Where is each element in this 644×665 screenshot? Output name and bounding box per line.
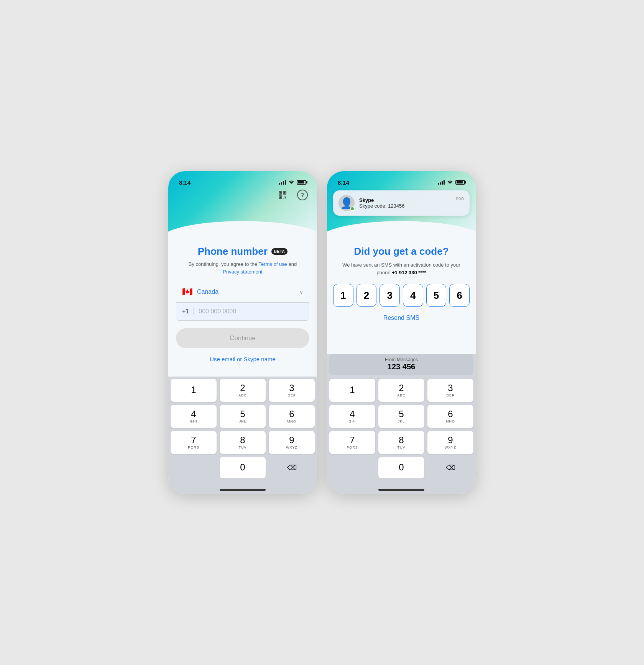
status-icons-1 <box>279 180 306 185</box>
keypad-2: From Messages 123 456 1 2 ABC 3 DEF 4 GH… <box>327 354 476 481</box>
key2-6[interactable]: 6 MNO <box>427 405 473 428</box>
key-empty <box>171 457 217 478</box>
country-code: +1 <box>182 308 194 315</box>
wifi-icon-2 <box>447 180 453 185</box>
code-phone-number: +1 912 330 **** <box>392 270 426 275</box>
status-bar-1: 8:14 <box>168 171 317 188</box>
terms-link[interactable]: Terms of use <box>258 261 287 267</box>
notif-app-name: Skype <box>359 197 451 203</box>
key2-8[interactable]: 8 TUV <box>378 431 424 454</box>
help-icon: ? <box>297 190 308 200</box>
key2-7[interactable]: 7 PQRS <box>329 431 375 454</box>
notif-green-dot <box>350 206 355 211</box>
country-left: 🇨🇦 Canada <box>182 287 219 297</box>
battery-icon-1 <box>297 180 306 185</box>
key-6[interactable]: 6 MNO <box>269 405 315 428</box>
notif-time: now <box>456 196 464 201</box>
key-backspace[interactable]: ⌫ <box>269 457 315 478</box>
email-skype-link[interactable]: Use email or Skype name <box>168 356 317 362</box>
home-bar-2 <box>378 489 424 491</box>
key2-4[interactable]: 4 GHI <box>329 405 375 428</box>
chevron-down-icon: ∨ <box>299 289 303 295</box>
help-button[interactable]: ? <box>296 188 309 202</box>
code-boxes: 1 2 3 4 5 6 <box>327 284 476 314</box>
svg-rect-5 <box>280 197 281 198</box>
messages-from-label: From Messages <box>385 357 418 362</box>
key-2[interactable]: 2 ABC <box>220 379 266 402</box>
code-title: Did you get a code? <box>327 242 476 261</box>
key-3[interactable]: 3 DEF <box>269 379 315 402</box>
code-subtitle: We have sent an SMS with an activation c… <box>327 261 476 284</box>
wifi-icon-1 <box>288 180 294 185</box>
home-bar-1 <box>220 489 266 491</box>
key2-5[interactable]: 5 JKL <box>378 405 424 428</box>
key2-1[interactable]: 1 <box>329 379 375 402</box>
toolbar-1: ? <box>268 188 317 206</box>
notif-avatar: 👤 <box>338 195 355 211</box>
status-time-2: 8:14 <box>338 179 349 186</box>
continue-button[interactable]: Continue <box>176 328 309 348</box>
key-0[interactable]: 0 <box>220 457 266 478</box>
code-digit-3[interactable]: 3 <box>380 284 400 307</box>
keypad-1: 1 2 ABC 3 DEF 4 GHI 5 JKL 6 MNO <box>168 377 317 481</box>
notif-message: Skype code: 123456 <box>359 203 451 209</box>
privacy-link[interactable]: Privacy statement <box>223 269 262 275</box>
phone1-content: Phone number BETA By continuing, you agr… <box>168 242 317 494</box>
key2-backspace[interactable]: ⌫ <box>427 457 473 478</box>
key-1[interactable]: 1 <box>171 379 217 402</box>
status-icons-2 <box>438 180 465 185</box>
canada-flag: 🇨🇦 <box>182 287 192 297</box>
country-name: Canada <box>197 288 219 295</box>
code-digit-2[interactable]: 2 <box>356 284 377 307</box>
phone-number-title: Phone number BETA <box>168 242 317 260</box>
home-indicator-2 <box>327 481 476 494</box>
code-digit-6[interactable]: 6 <box>449 284 470 307</box>
home-indicator-1 <box>168 481 317 494</box>
signal-icon-2 <box>438 180 445 185</box>
notification-banner: 👤 Skype Skype code: 123456 now <box>333 190 470 216</box>
svg-rect-4 <box>284 192 286 194</box>
key-8[interactable]: 8 TUV <box>220 431 266 454</box>
key2-3[interactable]: 3 DEF <box>427 379 473 402</box>
key2-9[interactable]: 9 WXYZ <box>427 431 473 454</box>
key2-0[interactable]: 0 <box>378 457 424 478</box>
phone-input-row[interactable]: +1 000 000 0000 <box>176 303 309 321</box>
beta-badge: BETA <box>271 248 288 255</box>
signal-icon-1 <box>279 180 286 185</box>
qr-code-button[interactable] <box>276 188 289 202</box>
country-selector[interactable]: 🇨🇦 Canada ∨ <box>176 282 309 303</box>
terms-subtitle: By continuing, you agree to the Terms of… <box>168 260 317 282</box>
phone-screen-2: 8:14 👤 Skype Skype code: 123456 no <box>327 171 476 494</box>
battery-icon-2 <box>455 180 465 185</box>
status-bar-2: 8:14 <box>327 171 476 188</box>
key-9[interactable]: 9 WXYZ <box>269 431 315 454</box>
messages-code-value[interactable]: 123 456 <box>388 362 415 371</box>
code-digit-4[interactable]: 4 <box>403 284 423 307</box>
status-time-1: 8:14 <box>179 179 191 186</box>
resend-sms-button[interactable]: Resend SMS <box>327 314 476 321</box>
notif-content: Skype Skype code: 123456 <box>359 197 451 209</box>
key2-empty <box>329 457 375 478</box>
svg-rect-3 <box>280 192 281 194</box>
phone-screen-1: 8:14 <box>168 171 317 494</box>
key-4[interactable]: 4 GHI <box>171 405 217 428</box>
key2-2[interactable]: 2 ABC <box>378 379 424 402</box>
code-digit-1[interactable]: 1 <box>333 284 353 307</box>
key-5[interactable]: 5 JKL <box>220 405 266 428</box>
key-7[interactable]: 7 PQRS <box>171 431 217 454</box>
code-digit-5[interactable]: 5 <box>426 284 447 307</box>
phone2-content: Did you get a code? We have sent an SMS … <box>327 242 476 494</box>
phone-input[interactable]: 000 000 0000 <box>199 308 236 315</box>
